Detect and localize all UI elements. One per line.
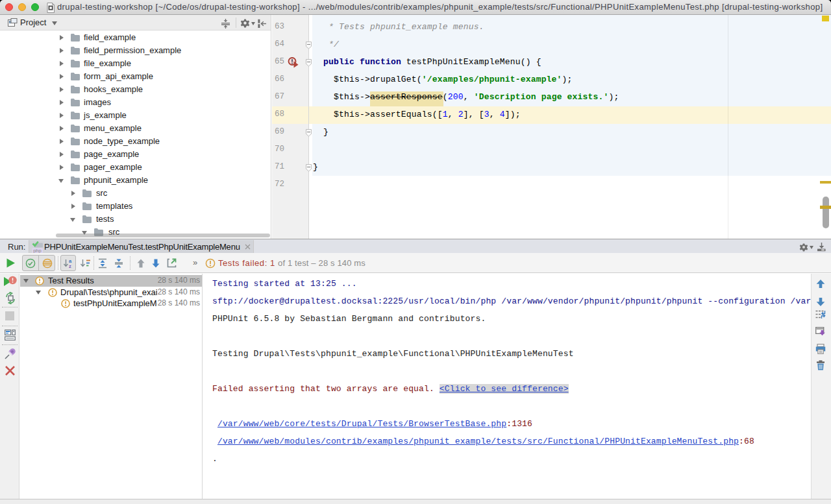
- svg-text:z: z: [69, 263, 71, 269]
